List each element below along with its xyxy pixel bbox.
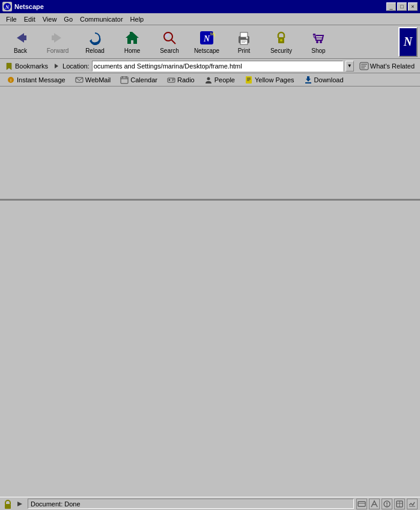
print-label: Print: [238, 47, 251, 54]
instant-message-button[interactable]: i Instant Message: [2, 74, 70, 85]
search-button[interactable]: Search: [151, 27, 187, 57]
svg-marker-2: [17, 33, 24, 43]
menu-go[interactable]: Go: [60, 14, 76, 24]
radio-label: Radio: [177, 76, 195, 83]
window-controls: _ □ ×: [386, 2, 418, 11]
yellow-pages-button[interactable]: Yellow Pages: [240, 74, 299, 85]
svg-text:N: N: [5, 4, 10, 10]
bookmarks-button[interactable]: Bookmarks: [2, 61, 50, 71]
shop-label: Shop: [311, 47, 325, 54]
app-icon: N: [2, 2, 12, 11]
download-icon: [304, 76, 312, 84]
menu-edit[interactable]: Edit: [20, 14, 39, 24]
netscape-logo-button[interactable]: N: [398, 27, 418, 57]
menu-help[interactable]: Help: [127, 14, 148, 24]
people-icon: [204, 76, 213, 84]
radio-icon: [167, 76, 175, 84]
back-icon: [12, 29, 29, 46]
bookmarks-label: Bookmarks: [15, 62, 48, 70]
calendar-label: Calendar: [130, 76, 157, 83]
whats-related-button[interactable]: What's Related: [356, 61, 418, 71]
status-icon-3[interactable]: [382, 499, 392, 509]
svg-rect-8: [130, 32, 132, 35]
personal-toolbar: i Instant Message WebMail Calendar: [0, 73, 420, 87]
svg-point-22: [280, 39, 282, 41]
menu-bar: File Edit View Go Communicator Help: [0, 13, 420, 25]
home-icon: [124, 29, 141, 46]
status-arrow-icon[interactable]: [14, 499, 25, 509]
whats-related-label: What's Related: [370, 62, 415, 70]
main-content: [0, 87, 420, 497]
svg-line-10: [171, 40, 175, 44]
location-label: Location:: [62, 62, 90, 70]
people-button[interactable]: People: [200, 74, 239, 85]
print-icon: [236, 29, 252, 46]
shop-button[interactable]: Shop: [300, 27, 336, 57]
security-lock-icon[interactable]: [2, 499, 13, 509]
instant-message-icon: i: [7, 76, 15, 84]
svg-point-24: [320, 41, 322, 43]
status-icons-left: [2, 499, 25, 509]
back-label: Back: [14, 47, 27, 54]
status-icon-1[interactable]: [356, 499, 367, 509]
minimize-button[interactable]: _: [386, 2, 396, 11]
menu-communicator[interactable]: Communicator: [76, 14, 127, 24]
status-icons-right: [356, 499, 418, 509]
calendar-icon: [120, 76, 129, 84]
svg-marker-48: [17, 502, 22, 506]
svg-marker-4: [54, 33, 61, 43]
forward-button[interactable]: Forward: [40, 27, 76, 57]
status-icon-2[interactable]: [369, 499, 380, 509]
forward-label: Forward: [47, 47, 69, 54]
svg-point-40: [207, 77, 210, 80]
yellow-pages-label: Yellow Pages: [255, 76, 294, 83]
svg-rect-3: [23, 35, 26, 40]
frame-top: [0, 87, 420, 201]
svg-rect-19: [242, 42, 245, 43]
reload-button[interactable]: Reload: [77, 27, 113, 57]
status-icon-4[interactable]: [394, 499, 405, 509]
instant-message-label: Instant Message: [17, 76, 65, 83]
webmail-icon: [75, 76, 84, 84]
reload-icon: [87, 29, 103, 46]
download-button[interactable]: Download: [300, 74, 348, 85]
url-dropdown-button[interactable]: ▼: [345, 61, 354, 71]
svg-point-11: [165, 34, 169, 37]
svg-rect-16: [240, 32, 248, 37]
search-icon: [161, 29, 178, 46]
webmail-button[interactable]: WebMail: [71, 74, 115, 85]
calendar-button[interactable]: Calendar: [116, 74, 162, 85]
download-label: Download: [314, 76, 344, 83]
svg-point-54: [386, 505, 388, 506]
title-bar: N Netscape _ □ ×: [0, 0, 420, 13]
title-bar-left: N Netscape: [2, 2, 44, 11]
menu-view[interactable]: View: [39, 14, 61, 24]
close-button[interactable]: ×: [408, 2, 418, 11]
home-button[interactable]: Home: [114, 27, 150, 57]
svg-point-20: [246, 37, 248, 39]
back-button[interactable]: Back: [2, 27, 38, 57]
home-label: Home: [124, 47, 141, 54]
security-icon: [273, 29, 290, 46]
radio-button[interactable]: Radio: [163, 74, 199, 85]
print-button[interactable]: Print: [226, 27, 262, 57]
yellow-pages-icon: [245, 76, 253, 84]
netscape-label: Netscape: [194, 47, 219, 54]
status-bar: Document: Done: [0, 497, 420, 510]
url-input[interactable]: [92, 61, 343, 71]
search-label: Search: [160, 47, 179, 54]
status-icon-5[interactable]: [407, 499, 418, 509]
security-label: Security: [270, 47, 292, 54]
maximize-button[interactable]: □: [397, 2, 407, 11]
forward-icon: [49, 29, 66, 46]
svg-rect-46: [305, 82, 311, 83]
svg-point-37: [168, 79, 170, 80]
window-title: Netscape: [14, 3, 44, 10]
status-text: Document: Done: [28, 499, 354, 509]
navigation-toolbar: Back Forward Reload Home: [0, 25, 420, 59]
menu-file[interactable]: File: [2, 14, 20, 24]
frame-bottom: [0, 201, 420, 497]
bookmarks-arrow-icon: [53, 62, 60, 70]
netscape-button[interactable]: N My Netscape: [189, 27, 225, 57]
security-button[interactable]: Security: [263, 27, 299, 57]
